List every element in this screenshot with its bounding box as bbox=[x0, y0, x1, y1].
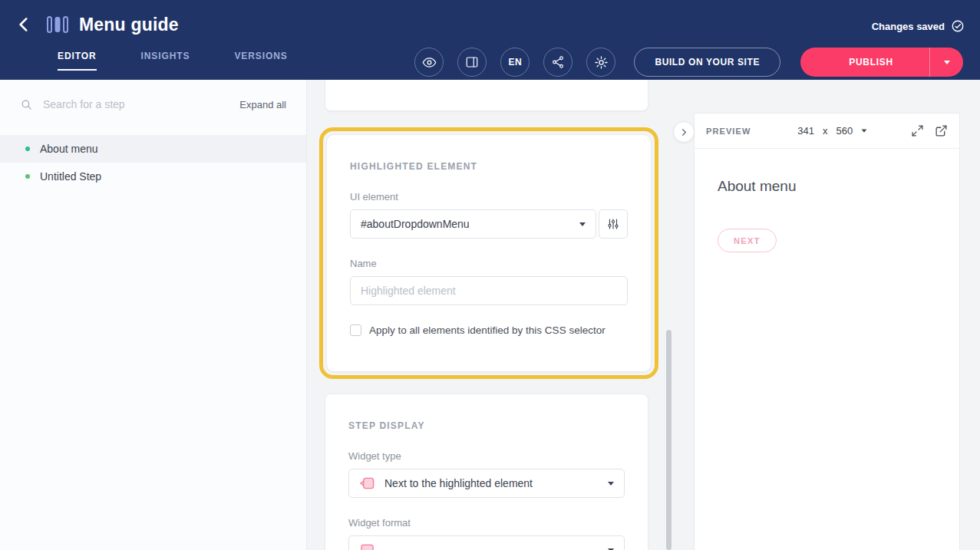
ui-element-select[interactable]: #aboutDropdownMenu bbox=[350, 209, 596, 239]
publish-button[interactable]: PUBLISH bbox=[800, 48, 929, 77]
step-item-about-menu[interactable]: About menu bbox=[0, 135, 306, 163]
highlighted-element-card: HIGHLIGHTED ELEMENT UI element #aboutDro… bbox=[326, 134, 652, 372]
preview-height-value: 560 bbox=[836, 125, 853, 137]
header-actions: EN BUILD ON YOUR SITE PUBLISH bbox=[414, 48, 963, 77]
expand-all-link[interactable]: Expand all bbox=[239, 99, 286, 110]
settings-button[interactable] bbox=[586, 48, 615, 77]
editor-main-area: HIGHLIGHTED ELEMENT UI element #aboutDro… bbox=[308, 80, 674, 550]
format-widget-icon bbox=[359, 543, 375, 550]
section-title: HIGHLIGHTED ELEMENT bbox=[350, 161, 628, 172]
publish-dropdown-button[interactable] bbox=[929, 48, 963, 77]
preview-panel: PREVIEW 341 x 560 About menu NEXT bbox=[694, 113, 960, 550]
chevron-down-icon bbox=[579, 222, 586, 226]
top-header: Menu guide Changes saved EDITOR INSIGHTS… bbox=[0, 0, 980, 80]
widget-type-value: Next to the highlighted element bbox=[384, 477, 533, 489]
search-input[interactable] bbox=[41, 97, 231, 111]
collapse-preview-button[interactable] bbox=[673, 121, 695, 143]
preview-size-select[interactable]: 341 x 560 bbox=[794, 125, 867, 137]
preview-next-button[interactable]: NEXT bbox=[718, 229, 777, 252]
preview-header: PREVIEW 341 x 560 bbox=[695, 114, 959, 149]
preview-actions bbox=[911, 124, 948, 137]
back-button[interactable] bbox=[14, 15, 34, 35]
ui-element-value: #aboutDropdownMenu bbox=[361, 218, 470, 230]
app-logo-icon bbox=[46, 15, 69, 35]
sliders-icon bbox=[606, 217, 620, 231]
apply-all-row: Apply to all elements identified by this… bbox=[350, 324, 628, 336]
external-link-icon bbox=[935, 124, 948, 137]
layout-icon bbox=[465, 55, 479, 69]
name-label: Name bbox=[350, 258, 628, 269]
preview-width-value: 341 bbox=[797, 125, 814, 137]
preview-title: PREVIEW bbox=[706, 127, 751, 136]
apply-all-checkbox[interactable] bbox=[350, 324, 361, 336]
preview-body: About menu NEXT bbox=[695, 149, 959, 252]
ui-element-select-row: #aboutDropdownMenu bbox=[350, 209, 628, 239]
share-button[interactable] bbox=[543, 48, 572, 77]
step-label: Untitled Step bbox=[40, 170, 101, 183]
step-search-row: Expand all bbox=[0, 80, 306, 129]
page-title: Menu guide bbox=[79, 15, 179, 35]
editor-scrollbar-thumb[interactable] bbox=[666, 330, 671, 550]
check-circle-icon bbox=[951, 19, 965, 33]
changes-saved-label: Changes saved bbox=[872, 21, 945, 32]
ui-element-label: UI element bbox=[350, 191, 628, 203]
search-icon bbox=[20, 98, 33, 111]
apply-all-label: Apply to all elements identified by this… bbox=[369, 324, 605, 336]
step-display-card: STEP DISPLAY Widget type Next to the hig… bbox=[325, 394, 648, 550]
step-status-dot bbox=[25, 174, 30, 179]
step-status-dot bbox=[25, 147, 30, 151]
eye-icon bbox=[422, 55, 437, 70]
maximize-icon bbox=[911, 124, 924, 137]
language-button[interactable]: EN bbox=[500, 48, 530, 77]
layout-panel-button[interactable] bbox=[457, 48, 487, 77]
previous-settings-card bbox=[325, 80, 648, 111]
widget-format-label: Widget format bbox=[348, 517, 625, 529]
preview-size-separator: x bbox=[823, 125, 828, 137]
highlighted-element-name-input[interactable] bbox=[350, 276, 628, 305]
steps-sidebar: Expand all About menu Untitled Step bbox=[0, 80, 307, 550]
tab-versions[interactable]: VERSIONS bbox=[234, 51, 287, 71]
section-title: STEP DISPLAY bbox=[348, 420, 625, 431]
gear-icon bbox=[594, 55, 609, 70]
header-title-row: Menu guide Changes saved bbox=[0, 0, 980, 40]
widget-format-select[interactable] bbox=[348, 535, 625, 550]
chevron-left-icon bbox=[14, 15, 34, 35]
tab-editor[interactable]: EDITOR bbox=[58, 51, 97, 71]
widget-type-select[interactable]: Next to the highlighted element bbox=[348, 469, 625, 498]
share-icon bbox=[551, 55, 565, 69]
chevron-down-icon bbox=[862, 129, 867, 132]
changes-saved-status: Changes saved bbox=[872, 19, 965, 33]
chevron-down-icon bbox=[608, 482, 614, 486]
tooltip-widget-icon bbox=[359, 476, 375, 491]
step-label: About menu bbox=[40, 143, 98, 155]
publish-button-group: PUBLISH bbox=[800, 48, 963, 77]
preview-step-heading: About menu bbox=[718, 178, 936, 195]
columns-logo-icon bbox=[46, 15, 69, 35]
widget-type-label: Widget type bbox=[348, 450, 625, 462]
step-item-untitled[interactable]: Untitled Step bbox=[0, 163, 306, 190]
chevron-right-icon bbox=[678, 127, 690, 138]
expand-preview-button[interactable] bbox=[911, 124, 924, 137]
element-selector-settings-button[interactable] bbox=[599, 209, 628, 239]
step-list: About menu Untitled Step bbox=[0, 135, 306, 190]
build-on-site-button[interactable]: BUILD ON YOUR SITE bbox=[634, 48, 780, 77]
chevron-down-icon bbox=[944, 61, 950, 64]
open-in-new-tab-button[interactable] bbox=[935, 124, 948, 137]
tab-insights[interactable]: INSIGHTS bbox=[141, 51, 190, 71]
preview-eye-button[interactable] bbox=[414, 48, 444, 77]
highlight-ring: HIGHLIGHTED ELEMENT UI element #aboutDro… bbox=[319, 127, 658, 379]
